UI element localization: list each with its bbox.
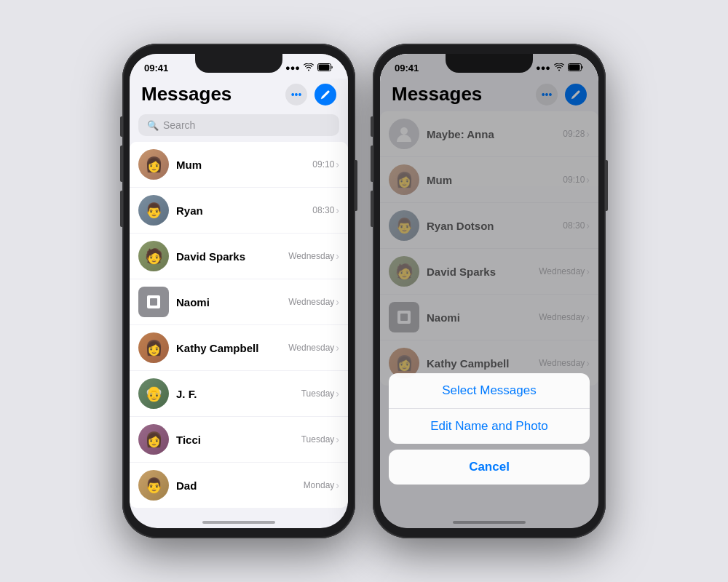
select-messages-button[interactable]: Select Messages xyxy=(389,373,590,409)
avatar: 👩 xyxy=(138,149,169,180)
phone-1-screen: 09:41 ●●● xyxy=(130,54,348,528)
context-menu-options: Select Messages Edit Name and Photo xyxy=(389,373,590,444)
message-content: J. F.Tuesday › xyxy=(176,388,339,400)
message-time: 08:30 › xyxy=(312,204,339,216)
battery-icon xyxy=(317,63,333,73)
avatar xyxy=(138,287,169,317)
avatar: 👨 xyxy=(138,195,169,226)
message-content: David SparksWednesday › xyxy=(176,250,339,263)
list-item[interactable]: 👨DadMonday › xyxy=(130,463,348,508)
cancel-button[interactable]: Cancel xyxy=(389,450,590,485)
contact-name: Ryan xyxy=(176,204,203,217)
message-content: NaomiWednesday › xyxy=(176,296,339,308)
message-content: DadMonday › xyxy=(176,479,339,492)
message-time: 09:10 › xyxy=(312,159,339,170)
compose-button[interactable] xyxy=(314,84,336,105)
home-indicator xyxy=(202,521,275,524)
avatar: 👩 xyxy=(138,424,169,455)
volume-up-button xyxy=(120,146,122,182)
list-item[interactable]: 👩Kathy CampbellWednesday › xyxy=(130,325,348,371)
avatar: 👴 xyxy=(138,378,169,409)
search-placeholder: Search xyxy=(163,119,195,131)
mute-button xyxy=(120,116,122,137)
contact-name: Dad xyxy=(176,479,197,492)
list-item[interactable]: 🧑David SparksWednesday › xyxy=(130,234,348,279)
list-item[interactable]: 👩TicciTuesday › xyxy=(130,417,348,463)
list-item[interactable]: 👴J. F.Tuesday › xyxy=(130,371,348,417)
message-time: Monday › xyxy=(304,479,339,491)
search-icon: 🔍 xyxy=(147,120,159,131)
message-time: Tuesday › xyxy=(301,434,339,445)
contact-name: Mum xyxy=(176,159,202,171)
message-content: Ryan08:30 › xyxy=(176,204,339,217)
search-bar[interactable]: 🔍 Search xyxy=(138,114,339,136)
power-button xyxy=(355,160,357,211)
message-content: Mum09:10 › xyxy=(176,159,339,171)
volume-up-button-2 xyxy=(371,146,373,182)
signal-icon: ●●● xyxy=(285,63,300,72)
contact-name: Ticci xyxy=(176,434,201,446)
power-button-2 xyxy=(606,160,608,211)
notch xyxy=(195,54,282,73)
volume-down-button-2 xyxy=(371,191,373,227)
message-time: Tuesday › xyxy=(301,388,339,399)
status-time: 09:41 xyxy=(144,63,168,73)
svg-rect-1 xyxy=(319,64,330,70)
contact-name: David Sparks xyxy=(176,250,245,263)
mute-button-2 xyxy=(371,116,373,137)
message-list: 👩Mum09:10 ›👨Ryan08:30 ›🧑David SparksWedn… xyxy=(130,142,348,508)
avatar: 🧑 xyxy=(138,241,169,271)
more-button[interactable]: ••• xyxy=(285,84,307,105)
contact-name: J. F. xyxy=(176,388,197,400)
context-menu: Select Messages Edit Name and Photo Canc… xyxy=(389,373,590,485)
list-item[interactable]: 👨Ryan08:30 › xyxy=(130,188,348,234)
contact-name: Naomi xyxy=(176,296,210,308)
edit-name-photo-button[interactable]: Edit Name and Photo xyxy=(389,409,590,444)
svg-rect-3 xyxy=(150,298,157,306)
message-content: TicciTuesday › xyxy=(176,434,339,446)
avatar: 👩 xyxy=(138,332,169,363)
avatar: 👨 xyxy=(138,470,169,501)
volume-down-button xyxy=(120,191,122,227)
screen-content: Messages ••• 🔍 Search 👩Mum09:10 ›👨Ryan08… xyxy=(130,79,348,528)
nav-bar: Messages ••• xyxy=(130,79,348,111)
nav-actions: ••• xyxy=(285,84,336,105)
phone-2-screen: 09:41 ●●● xyxy=(380,54,598,528)
phone-2: 09:41 ●●● xyxy=(373,44,606,538)
message-time: Wednesday › xyxy=(288,296,339,308)
status-icons: ●●● xyxy=(285,63,333,73)
list-item[interactable]: 👩Mum09:10 › xyxy=(130,142,348,188)
phone-1: 09:41 ●●● xyxy=(122,44,355,538)
contact-name: Kathy Campbell xyxy=(176,342,258,354)
message-time: Wednesday › xyxy=(288,250,339,262)
message-time: Wednesday › xyxy=(288,342,339,354)
message-content: Kathy CampbellWednesday › xyxy=(176,342,339,354)
page-title: Messages xyxy=(141,83,232,105)
list-item[interactable]: NaomiWednesday › xyxy=(130,279,348,325)
wifi-icon xyxy=(304,63,314,73)
